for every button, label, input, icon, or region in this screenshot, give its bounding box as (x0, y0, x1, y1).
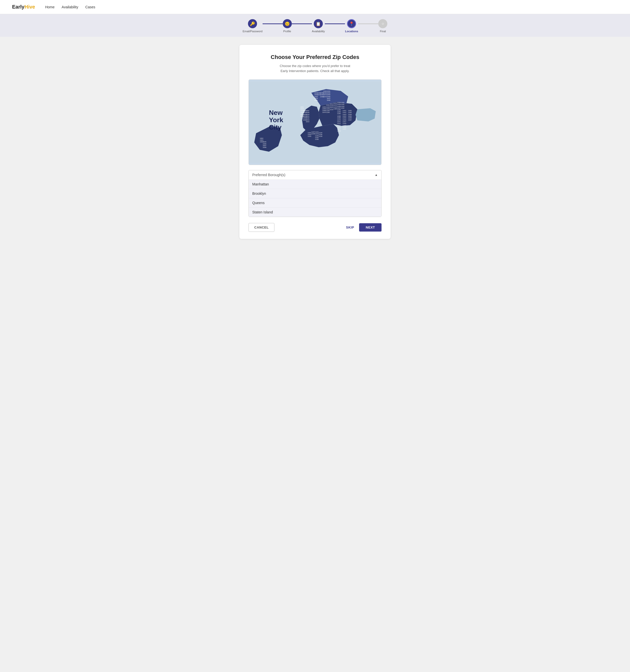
nav-home[interactable]: Home (45, 5, 54, 9)
svg-text:10454: 10454 (322, 106, 326, 108)
svg-text:11385: 11385 (333, 108, 337, 110)
svg-text:11166: 11166 (326, 112, 330, 113)
svg-text:10011: 10011 (306, 115, 309, 117)
action-row: CANCEL SKIP NEXT (248, 223, 382, 232)
nyc-map-label3: City (269, 123, 282, 131)
svg-text:11236: 11236 (319, 134, 322, 135)
svg-text:10474: 10474 (322, 112, 326, 113)
svg-text:11215: 11215 (330, 105, 333, 106)
svg-text:11364: 11364 (341, 107, 344, 109)
card-title: Choose Your Preferred Zip Codes (248, 54, 382, 61)
svg-text:10013: 10013 (306, 119, 309, 121)
svg-text:11220: 11220 (315, 135, 318, 137)
step-label-final: Final (380, 30, 386, 33)
svg-text:11161: 11161 (326, 104, 330, 106)
svg-text:11212: 11212 (315, 131, 318, 133)
step-label-locations: Locations (345, 30, 358, 33)
borough-dropdown[interactable]: Preferred Borough(s) ▲ Manhattan Brookly… (248, 170, 382, 217)
svg-text:11232: 11232 (315, 137, 318, 138)
dropdown-header[interactable]: Preferred Borough(s) ▲ (249, 170, 381, 179)
svg-text:10009: 10009 (306, 112, 309, 113)
step-label-profile: Profile (283, 30, 291, 33)
step-availability: 📋 Availability (312, 19, 325, 33)
svg-text:11165: 11165 (326, 110, 330, 111)
nav-links: Home Availability Cases (45, 5, 95, 9)
main-content: Choose Your Preferred Zip Codes Choose t… (0, 37, 630, 247)
svg-text:11357: 11357 (337, 107, 341, 109)
svg-text:11370: 11370 (337, 119, 341, 121)
svg-text:11379: 11379 (333, 106, 337, 108)
step-label-availability: Availability (312, 30, 325, 33)
nyc-map-svg: New York City 10001 10002 10003 10004 10… (249, 80, 381, 165)
svg-text:10308: 10308 (263, 147, 266, 148)
svg-text:11378: 11378 (337, 130, 341, 132)
svg-text:11201: 11201 (308, 132, 311, 134)
svg-text:11416: 11416 (343, 119, 346, 121)
dropdown-item-staten-island[interactable]: Staten Island (249, 208, 381, 217)
svg-text:11163: 11163 (326, 108, 330, 110)
svg-text:10464: 10464 (327, 94, 330, 96)
navbar: EarlyHive Home Availability Cases (0, 0, 630, 14)
svg-text:11373: 11373 (337, 125, 341, 126)
svg-text:11275: 11275 (333, 104, 337, 106)
svg-text:10455: 10455 (322, 108, 326, 110)
step-line-1 (263, 23, 283, 24)
svg-text:11354: 11354 (337, 102, 341, 103)
svg-text:10034: 10034 (314, 98, 318, 99)
dropdown-item-queens[interactable]: Queens (249, 198, 381, 208)
svg-text:10307: 10307 (263, 145, 266, 146)
step-line-4 (358, 23, 378, 24)
svg-text:10033: 10033 (314, 96, 318, 97)
svg-text:11231: 11231 (330, 109, 333, 110)
svg-text:10480: 10480 (327, 99, 330, 101)
nyc-map-label: New (269, 109, 283, 116)
svg-text:11377: 11377 (337, 128, 341, 130)
svg-text:11362: 11362 (341, 103, 344, 105)
svg-text:11372: 11372 (337, 123, 341, 124)
svg-text:11371: 11371 (337, 121, 341, 122)
svg-text:10010: 10010 (306, 114, 309, 115)
skip-button[interactable]: SKIP (346, 225, 354, 229)
nav-cases[interactable]: Cases (85, 5, 95, 9)
svg-text:11420: 11420 (343, 126, 346, 128)
step-circle-email: 🔑 (248, 19, 257, 28)
svg-text:11234: 11234 (319, 132, 322, 134)
step-circle-availability: 📋 (314, 19, 323, 28)
svg-text:10305: 10305 (263, 141, 266, 143)
svg-text:11369: 11369 (337, 117, 341, 119)
svg-text:11356: 11356 (337, 105, 341, 107)
svg-text:10065: 10065 (300, 112, 304, 113)
svg-text:11695: 11695 (348, 117, 352, 119)
svg-text:11413: 11413 (343, 114, 346, 115)
cancel-button[interactable]: CANCEL (248, 223, 274, 232)
step-label-email: Email/Password (243, 30, 263, 33)
card-subtitle: Choose the zip codes where you'd prefer … (248, 64, 382, 73)
svg-text:10007: 10007 (306, 110, 309, 111)
svg-text:10014: 10014 (306, 121, 309, 122)
svg-text:10128: 10128 (300, 115, 304, 117)
dropdown-placeholder: Preferred Borough(s) (252, 173, 286, 177)
dropdown-item-brooklyn[interactable]: Brooklyn (249, 189, 381, 198)
svg-text:11205: 11205 (308, 136, 311, 137)
nav-availability[interactable]: Availability (62, 5, 78, 9)
stepper-bar: 🔑 Email/Password 😊 Profile 📋 Availabilit… (0, 14, 630, 37)
dropdown-item-manhattan[interactable]: Manhattan (249, 179, 381, 189)
stepper: 🔑 Email/Password 😊 Profile 📋 Availabilit… (243, 19, 388, 33)
card-subtitle-line1: Choose the zip codes where you'd prefer … (280, 64, 350, 68)
svg-text:11692: 11692 (348, 112, 352, 113)
svg-text:10044: 10044 (300, 110, 304, 111)
svg-text:10040: 10040 (314, 99, 318, 101)
svg-text:10459: 10459 (322, 110, 326, 111)
svg-text:11691: 11691 (348, 110, 352, 111)
svg-text:10472: 10472 (327, 98, 330, 99)
step-circle-locations: 📍 (347, 19, 356, 28)
svg-text:11361: 11361 (341, 102, 344, 103)
svg-text:11421: 11421 (343, 128, 346, 130)
map-container: New York City 10001 10002 10003 10004 10… (248, 79, 382, 165)
svg-text:10466: 10466 (323, 91, 326, 92)
svg-text:11217: 11217 (330, 107, 333, 109)
svg-text:10021: 10021 (300, 106, 304, 108)
right-buttons: SKIP NEXT (346, 223, 382, 232)
logo-early: Early (12, 4, 24, 9)
next-button[interactable]: NEXT (359, 223, 382, 232)
